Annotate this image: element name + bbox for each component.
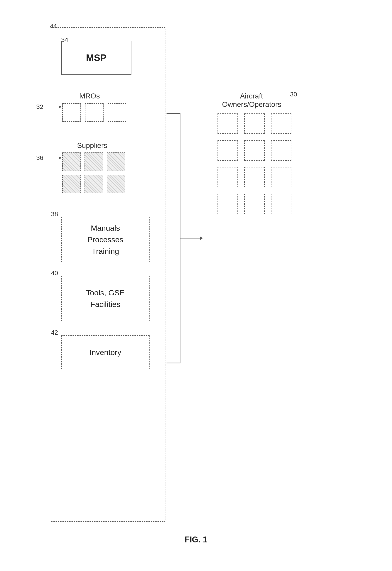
msp-label: MSP: [86, 52, 107, 63]
mros-boxes: [62, 103, 126, 122]
ac-box-4: [218, 140, 238, 161]
svg-marker-5: [200, 236, 203, 240]
svg-marker-1: [59, 105, 62, 108]
label-42: 42: [51, 329, 58, 336]
supplier-box-4: [62, 175, 81, 193]
supplier-box-3: [107, 152, 125, 171]
manuals-box: Manuals Processes Training: [61, 217, 150, 262]
msp-box: MSP: [61, 41, 131, 75]
supplier-box-5: [84, 175, 103, 193]
supplier-box-2: [84, 152, 103, 171]
supplier-box-6: [107, 175, 125, 193]
svg-marker-3: [59, 157, 62, 159]
arrow-32-icon: [44, 104, 62, 110]
suppliers-grid: [62, 152, 125, 193]
ac-box-10: [218, 194, 238, 214]
ac-box-11: [244, 194, 265, 214]
aircraft-grid: [218, 113, 291, 214]
mro-box-1: [62, 103, 81, 122]
ac-box-7: [218, 167, 238, 187]
label-36-group: 36: [36, 154, 43, 162]
ac-box-5: [244, 140, 265, 161]
ac-box-8: [244, 167, 265, 187]
inventory-box: Inventory: [61, 335, 150, 369]
manuals-text: Manuals Processes Training: [87, 222, 124, 257]
label-38: 38: [51, 210, 58, 218]
ac-box-1: [218, 113, 238, 134]
supplier-box-1: [62, 152, 81, 171]
suppliers-section-label: Suppliers: [77, 141, 107, 150]
label-32: 32: [36, 103, 43, 110]
diagram: 44 34 MSP MROs 32 Suppliers 36: [23, 14, 369, 554]
mro-box-2: [85, 103, 104, 122]
label-40: 40: [51, 270, 58, 277]
mro-box-3: [108, 103, 126, 122]
box-44: [50, 27, 165, 522]
label-30: 30: [290, 91, 297, 98]
brace-connector: [167, 95, 203, 381]
label-36: 36: [36, 154, 43, 161]
inventory-text: Inventory: [89, 348, 121, 357]
ac-box-12: [271, 194, 291, 214]
figure-caption: FIG. 1: [185, 535, 207, 544]
ac-box-2: [244, 113, 265, 134]
mros-section-label: MROs: [79, 92, 100, 100]
ac-box-6: [271, 140, 291, 161]
ac-box-9: [271, 167, 291, 187]
tools-box: Tools, GSE Facilities: [61, 276, 150, 321]
arrow-36-icon: [44, 155, 62, 161]
label-32-group: 32: [36, 103, 43, 110]
tools-text: Tools, GSE Facilities: [86, 287, 125, 310]
ac-box-3: [271, 113, 291, 134]
aircraft-section-label: Aircraft Owners/Operators: [222, 92, 281, 109]
